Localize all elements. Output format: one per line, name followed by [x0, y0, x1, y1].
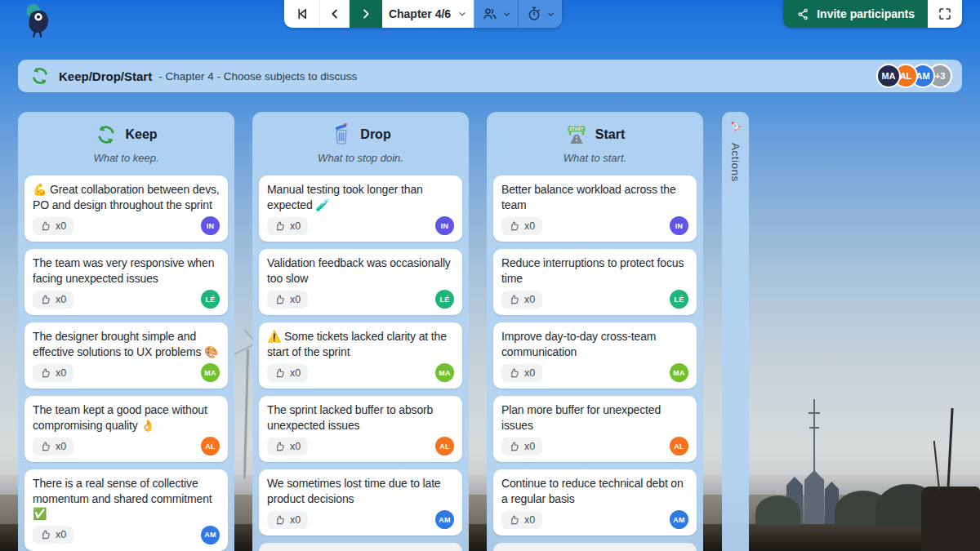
invite-participants-button[interactable]: Invite participants	[783, 0, 928, 28]
card-author-avatar: MA	[201, 363, 220, 382]
thumbs-up-icon	[40, 294, 51, 305]
card-author-avatar: IN	[201, 216, 220, 235]
chevron-down-icon	[546, 10, 555, 19]
card[interactable]: Validation feedback was occasionally too…	[259, 249, 462, 315]
card-text: Continue to reduce technical debt on a r…	[501, 476, 688, 506]
topbar-right-group: Invite participants	[783, 0, 962, 28]
thumbs-up-icon	[274, 514, 286, 526]
like-button[interactable]: x0	[33, 364, 74, 382]
card-author-avatar: AL	[201, 437, 220, 455]
card[interactable]: The team kept a good pace without compro…	[24, 396, 228, 462]
card-author-avatar: IN	[435, 216, 454, 235]
thumbs-up-icon	[40, 220, 51, 232]
card[interactable]: We sometimes lost time due to late produ…	[259, 469, 462, 535]
card-author-avatar: MA	[435, 363, 454, 382]
actions-panel-tab[interactable]: Actions	[722, 112, 749, 551]
card-author-avatar: AL	[435, 437, 454, 455]
card-text: Reduce interruptions to protect focus ti…	[501, 256, 688, 286]
card[interactable]: The sprint lacked buffer to absorb unexp…	[259, 396, 462, 462]
like-button[interactable]: x0	[33, 438, 74, 455]
skip-to-start-button[interactable]	[284, 0, 320, 28]
like-button[interactable]: x0	[267, 511, 308, 529]
add-card-button[interactable]: + Add card	[493, 543, 697, 551]
card-text: The designer brought simple and effectiv…	[33, 329, 220, 359]
next-chapter-button[interactable]	[350, 0, 382, 28]
participants-menu-button[interactable]	[474, 0, 518, 28]
card[interactable]: ⚠️ Some tickets lacked clarity at the st…	[259, 322, 462, 389]
chevron-down-icon	[502, 10, 511, 19]
chevron-left-icon	[327, 7, 342, 21]
card[interactable]: Manual testing took longer than expected…	[259, 176, 462, 242]
like-button[interactable]: x0	[501, 291, 542, 309]
card[interactable]: Plan more buffer for unexpected issues x…	[493, 396, 697, 462]
mascot-bird-icon	[21, 3, 56, 41]
add-card-button[interactable]: + Add card	[259, 543, 462, 551]
thumbs-up-icon	[274, 441, 286, 452]
chevron-right-icon	[359, 7, 373, 21]
card-text: ⚠️ Some tickets lacked clarity at the st…	[267, 329, 454, 359]
card-text: 💪 Great collaboration between devs, PO a…	[33, 182, 220, 212]
recycle-icon	[29, 65, 51, 87]
card-text: Validation feedback was occasionally too…	[267, 256, 454, 286]
timer-icon	[526, 6, 542, 22]
card-text: The team was very responsive when facing…	[33, 256, 220, 286]
thumbs-up-icon	[509, 294, 520, 305]
card[interactable]: Continue to reduce technical debt on a r…	[493, 469, 697, 535]
like-button[interactable]: x0	[501, 438, 542, 455]
card[interactable]: There is a real sense of collective mome…	[24, 469, 228, 551]
card[interactable]: 💪 Great collaboration between devs, PO a…	[24, 176, 228, 242]
like-button[interactable]: x0	[501, 364, 542, 382]
thumbs-up-icon	[40, 367, 51, 379]
like-button[interactable]: x0	[33, 526, 74, 544]
chapter-selector[interactable]: Chapter 4/6	[382, 0, 474, 28]
like-button[interactable]: x0	[267, 291, 308, 309]
activity-banner: Keep/Drop/Start - Chapter 4 - Choose sub…	[18, 60, 962, 92]
like-button[interactable]: x0	[267, 364, 308, 382]
column-subtitle: What to start.	[493, 151, 697, 166]
chevron-down-icon	[457, 9, 467, 19]
skip-back-icon	[294, 6, 310, 22]
column-subtitle: What to keep.	[24, 151, 228, 166]
card-author-avatar: AL	[670, 437, 688, 455]
like-button[interactable]: x0	[267, 438, 308, 455]
thumbs-up-icon	[509, 514, 520, 526]
card-author-avatar: MA	[670, 363, 688, 382]
card-text: Manual testing took longer than expected…	[267, 182, 454, 212]
previous-chapter-button[interactable]	[320, 0, 350, 28]
invite-label: Invite participants	[817, 7, 915, 20]
card[interactable]: The team was very responsive when facing…	[24, 249, 228, 315]
like-button[interactable]: x0	[501, 511, 542, 529]
app-logo	[21, 3, 56, 41]
thumbs-up-icon	[40, 529, 51, 540]
timer-menu-button[interactable]	[518, 0, 562, 28]
like-button[interactable]: x0	[33, 217, 74, 235]
card-author-avatar: IN	[670, 216, 688, 235]
card-author-avatar: AM	[670, 510, 688, 529]
column-title: Keep	[125, 127, 157, 142]
card-text: The team kept a good pace without compro…	[33, 402, 220, 433]
column-title: Start	[595, 127, 625, 142]
participant-avatar-stack: MA AL AM +3	[884, 64, 952, 88]
column-start: START Start What to start. Better balanc…	[487, 112, 703, 551]
trash-icon	[330, 123, 353, 146]
like-button[interactable]: x0	[267, 217, 308, 235]
card[interactable]: The designer brought simple and effectiv…	[24, 322, 228, 389]
column-drop: Drop What to stop doin. Manual testing t…	[252, 112, 469, 551]
thumbs-up-icon	[509, 367, 520, 379]
card[interactable]: Improve day-to-day cross-team communicat…	[493, 322, 697, 389]
card-text: Plan more buffer for unexpected issues	[501, 402, 688, 433]
card-text: Better balance workload across the team	[501, 182, 688, 212]
card[interactable]: Better balance workload across the team …	[493, 176, 697, 242]
people-icon	[482, 6, 498, 22]
rocket-icon	[728, 118, 744, 135]
like-button[interactable]: x0	[33, 291, 74, 309]
like-button[interactable]: x0	[501, 217, 542, 235]
card-author-avatar: LÉ	[201, 290, 220, 309]
chapter-label: Chapter 4/6	[389, 7, 451, 20]
card[interactable]: Reduce interruptions to protect focus ti…	[493, 249, 697, 315]
actions-label: Actions	[729, 143, 742, 182]
thumbs-up-icon	[274, 220, 286, 232]
card-author-avatar: AM	[201, 526, 220, 544]
fullscreen-button[interactable]	[928, 0, 962, 28]
share-icon	[796, 7, 810, 21]
